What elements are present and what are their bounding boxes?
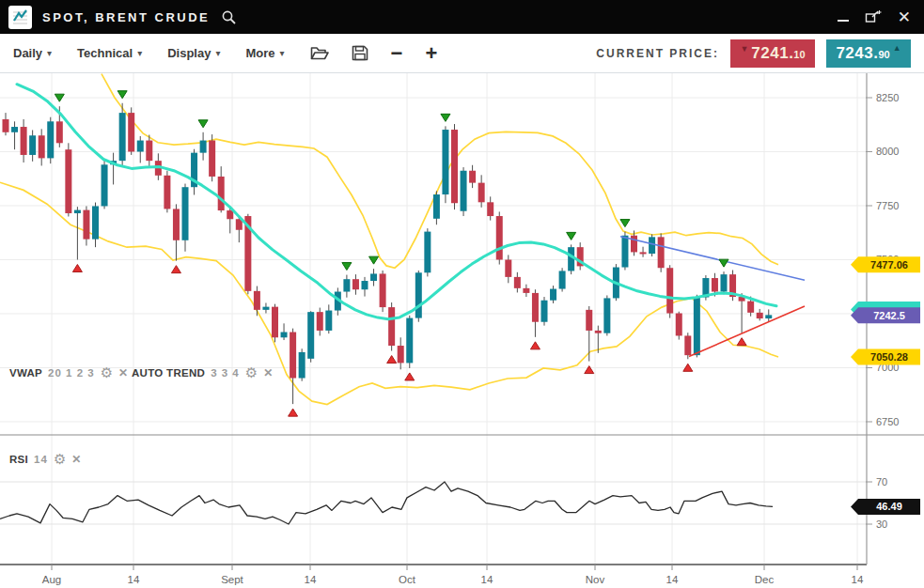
svg-text:8250: 8250 [876, 92, 899, 103]
chevron-down-icon [215, 48, 220, 58]
svg-text:70: 70 [876, 476, 887, 487]
page-title: SPOT, BRENT CRUDE [42, 10, 210, 24]
vwap-legend: VWAP 20 1 2 3 [9, 365, 128, 379]
buy-signal-icon [585, 366, 594, 374]
gear-icon[interactable] [54, 453, 66, 466]
svg-text:14: 14 [852, 574, 864, 585]
window-controls: ✕ [838, 9, 924, 25]
timeframe-dropdown[interactable]: Daily [13, 46, 52, 60]
svg-text:Dec: Dec [755, 574, 775, 585]
upper-band-line [102, 74, 778, 269]
sell-signal-icon [198, 120, 208, 128]
current-price-label: CURRENT PRICE: [596, 47, 719, 60]
technical-dropdown[interactable]: Technical [77, 46, 142, 60]
more-dropdown[interactable]: More [245, 46, 284, 60]
buy-signal-icon [387, 356, 397, 364]
sell-signal-icon [441, 114, 450, 121]
zoom-out-button[interactable] [391, 44, 403, 63]
bid-price-badge[interactable]: 7241. 10 [730, 39, 815, 68]
close-icon[interactable] [71, 452, 81, 466]
svg-text:6750: 6750 [876, 416, 899, 427]
svg-text:14: 14 [128, 574, 140, 585]
auto-trend-resistance [620, 237, 805, 281]
buy-signal-icon [72, 264, 82, 271]
auto-trend-legend: AUTO TREND 3 3 4 [132, 365, 273, 379]
svg-text:14: 14 [305, 574, 317, 585]
candles-layer [3, 103, 773, 404]
lower-band-tag: 7050.28 [851, 348, 920, 364]
arrow-down-icon [740, 44, 748, 54]
svg-text:7477.06: 7477.06 [870, 259, 908, 271]
svg-text:14: 14 [481, 574, 493, 585]
toolbar: Daily Technical Display More CURRENT PRI… [0, 34, 924, 73]
rsi-layer [0, 482, 773, 524]
sell-signal-icon [567, 232, 576, 240]
sell-signal-icon [369, 256, 379, 264]
svg-text:8000: 8000 [876, 146, 899, 157]
close-icon[interactable] [263, 365, 273, 379]
open-folder-icon[interactable] [310, 45, 329, 61]
rsi-line [0, 482, 773, 524]
svg-text:7750: 7750 [876, 200, 899, 211]
zoom-in-button[interactable] [425, 44, 437, 63]
search-icon[interactable] [221, 9, 237, 25]
sell-signal-icon [342, 263, 352, 271]
svg-text:14: 14 [666, 574, 679, 585]
buy-signal-icon [171, 266, 180, 273]
last-close-tag: 7242.5 [851, 307, 920, 323]
chevron-down-icon [280, 48, 285, 58]
gear-icon[interactable] [101, 366, 113, 379]
buy-signal-icon [405, 373, 415, 380]
svg-text:30: 30 [876, 518, 887, 530]
title-bar: SPOT, BRENT CRUDE ✕ [0, 0, 924, 34]
arrow-up-icon [893, 43, 901, 53]
rsi-value-tag: 46.49 [851, 499, 920, 515]
ask-price-badge[interactable]: 7243. 90 [826, 39, 911, 68]
svg-text:Sept: Sept [221, 574, 243, 585]
app-logo-icon [8, 6, 32, 29]
rsi-legend: RSI 14 [9, 452, 81, 466]
display-dropdown[interactable]: Display [167, 46, 220, 60]
upper-band-tag: 7477.06 [851, 256, 920, 272]
svg-text:7050.28: 7050.28 [870, 351, 908, 363]
chevron-down-icon [47, 48, 52, 58]
buy-signal-icon [530, 342, 540, 349]
svg-text:7242.5: 7242.5 [873, 310, 905, 321]
sell-signal-icon [620, 220, 630, 227]
svg-text:Nov: Nov [586, 574, 605, 585]
gear-icon[interactable] [245, 366, 258, 379]
svg-text:Oct: Oct [399, 574, 416, 585]
svg-text:46.49: 46.49 [876, 501, 902, 512]
trendlines-layer [620, 237, 805, 357]
close-icon[interactable] [118, 365, 128, 379]
popout-window-button[interactable] [865, 9, 882, 24]
chevron-down-icon [137, 48, 142, 58]
chart-canvas[interactable]: 82508000775075007250700067507030Aug14Sep… [0, 73, 924, 588]
sell-signal-icon [719, 259, 728, 267]
svg-text:Aug: Aug [42, 574, 61, 585]
buy-signal-icon [737, 338, 746, 346]
buy-signal-icon [289, 409, 298, 416]
minimize-button[interactable] [838, 12, 849, 22]
close-icon[interactable]: ✕ [898, 9, 911, 25]
save-icon[interactable] [352, 45, 368, 61]
